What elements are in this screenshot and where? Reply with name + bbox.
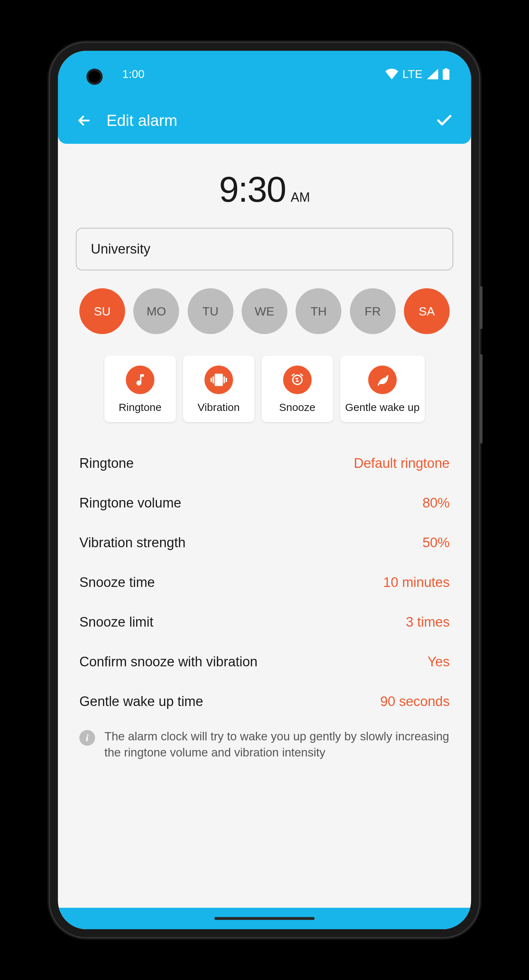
nav-handle[interactable] (214, 917, 315, 920)
setting-label: Ringtone (79, 456, 134, 471)
leaf-icon (368, 366, 397, 394)
snooze-icon (283, 366, 312, 394)
day-chip-we[interactable]: WE (241, 288, 288, 334)
setting-row[interactable]: Snooze time10 minutes (76, 563, 453, 602)
feature-card-vibration[interactable]: Vibration (183, 356, 254, 422)
setting-label: Snooze time (79, 575, 155, 590)
note-icon (126, 366, 154, 394)
vibration-icon (205, 366, 233, 394)
setting-value: Default ringtone (354, 456, 450, 471)
alarm-period: AM (291, 190, 310, 205)
feature-card-snooze[interactable]: Snooze (262, 356, 333, 422)
feature-cards: RingtoneVibrationSnoozeGentle wake up (76, 348, 453, 440)
day-chip-th[interactable]: TH (295, 288, 342, 334)
status-indicators: LTE (385, 68, 450, 81)
feature-card-leaf[interactable]: Gentle wake up (340, 356, 425, 422)
day-chip-sa[interactable]: SA (404, 288, 450, 334)
app-bar: Edit alarm (58, 97, 471, 144)
setting-row[interactable]: Snooze limit3 times (76, 602, 453, 642)
info-text: The alarm clock will try to wake you up … (104, 729, 450, 760)
day-chip-fr[interactable]: FR (350, 288, 396, 334)
battery-icon (443, 68, 450, 80)
setting-value: 10 minutes (383, 575, 450, 590)
content-area: 9:30AM SUMOTUWETHFRSA RingtoneVibrationS… (58, 144, 471, 908)
setting-value: Yes (427, 654, 450, 670)
camera-hole (86, 69, 103, 85)
setting-row[interactable]: Gentle wake up time90 seconds (76, 682, 453, 721)
info-icon: i (79, 730, 95, 746)
alarm-time-display[interactable]: 9:30AM (76, 158, 453, 228)
setting-label: Ringtone volume (79, 495, 181, 511)
day-chip-su[interactable]: SU (79, 288, 125, 334)
info-row: i The alarm clock will try to wake you u… (76, 725, 453, 771)
feature-label: Snooze (279, 401, 316, 414)
alarm-time: 9:30 (219, 169, 286, 209)
phone-screen: 1:00 LTE Edit alarm 9:30AM SUMOTUWETHFRS… (58, 51, 471, 929)
alarm-name-input[interactable] (76, 228, 453, 270)
volume-button (480, 286, 483, 329)
setting-value: 80% (423, 495, 450, 511)
setting-value: 90 seconds (380, 694, 450, 709)
feature-card-note[interactable]: Ringtone (104, 356, 176, 422)
wifi-icon (385, 69, 398, 80)
feature-label: Vibration (198, 401, 240, 414)
day-chip-mo[interactable]: MO (133, 288, 179, 334)
settings-list: RingtoneDefault ringtoneRingtone volume8… (76, 440, 453, 725)
days-row: SUMOTUWETHFRSA (76, 270, 453, 348)
confirm-icon[interactable] (435, 111, 453, 129)
setting-value: 50% (423, 535, 450, 550)
setting-label: Gentle wake up time (79, 694, 203, 709)
day-chip-tu[interactable]: TU (187, 288, 234, 334)
feature-label: Gentle wake up (345, 401, 419, 414)
network-label: LTE (402, 68, 423, 81)
page-title: Edit alarm (106, 111, 435, 129)
status-bar: 1:00 LTE (58, 51, 471, 97)
setting-row[interactable]: Vibration strength50% (76, 523, 453, 563)
feature-label: Ringtone (119, 401, 162, 414)
setting-label: Vibration strength (79, 535, 186, 550)
setting-label: Confirm snooze with vibration (79, 654, 257, 670)
setting-row[interactable]: RingtoneDefault ringtone (76, 444, 453, 483)
signal-icon (427, 69, 438, 80)
setting-value: 3 times (406, 614, 450, 630)
back-icon[interactable] (76, 112, 92, 129)
status-time: 1:00 (122, 68, 145, 81)
setting-row[interactable]: Confirm snooze with vibrationYes (76, 642, 453, 682)
phone-frame: 1:00 LTE Edit alarm 9:30AM SUMOTUWETHFRS… (50, 43, 479, 937)
setting-row[interactable]: Ringtone volume80% (76, 483, 453, 523)
setting-label: Snooze limit (79, 614, 153, 630)
nav-bar (58, 908, 471, 929)
power-button (480, 354, 483, 444)
